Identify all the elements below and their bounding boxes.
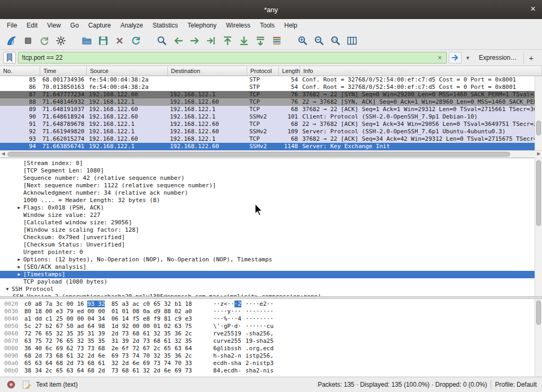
hex-byte[interactable]: 32 bbox=[153, 352, 164, 359]
hex-byte[interactable]: 02 bbox=[164, 323, 175, 330]
hex-byte[interactable]: 34 bbox=[35, 367, 46, 374]
ascii-char[interactable]: a bbox=[238, 360, 241, 367]
hex-byte[interactable]: 76 bbox=[35, 330, 46, 337]
hex-byte[interactable]: dd bbox=[35, 315, 46, 322]
hex-byte[interactable]: 70 bbox=[143, 352, 153, 359]
packet-row-87[interactable]: 8771.647777234192.168.122.60192.168.122.… bbox=[0, 91, 535, 98]
ascii-char[interactable]: r bbox=[220, 338, 224, 344]
hex-byte[interactable]: 35 bbox=[87, 338, 98, 344]
ascii-char[interactable]: e bbox=[220, 330, 224, 337]
hex-byte[interactable]: 63 bbox=[24, 338, 35, 344]
hex-byte[interactable]: 73 bbox=[185, 367, 192, 374]
column-header-length[interactable]: Length bbox=[279, 66, 300, 76]
hex-byte[interactable]: 00 bbox=[132, 323, 143, 330]
hex-byte[interactable]: 73 bbox=[122, 330, 132, 337]
ascii-char[interactable]: · bbox=[231, 315, 234, 322]
hex-byte[interactable]: 70 bbox=[175, 360, 185, 367]
last-packet-button[interactable] bbox=[236, 33, 252, 48]
hex-byte[interactable]: 00 bbox=[67, 315, 77, 322]
packet-row-90[interactable]: 9071.648618924192.168.122.60192.168.122.… bbox=[0, 113, 535, 121]
ascii-char[interactable]: - bbox=[252, 338, 256, 344]
hex-byte[interactable]: 31 bbox=[87, 330, 98, 337]
ascii-char[interactable]: · bbox=[252, 300, 256, 307]
hex-byte[interactable]: 2c bbox=[185, 330, 192, 337]
ascii-char[interactable]: c bbox=[216, 360, 220, 367]
hex-byte[interactable]: 72 bbox=[132, 345, 143, 352]
hex-byte[interactable]: 61 bbox=[164, 338, 175, 344]
hex-byte[interactable]: 36 bbox=[175, 330, 185, 337]
ascii-char[interactable]: e bbox=[263, 345, 267, 352]
hex-byte[interactable]: 18 bbox=[35, 308, 46, 315]
ascii-char[interactable]: · bbox=[259, 308, 263, 315]
hex-byte[interactable]: 73 bbox=[77, 360, 87, 367]
detail-line[interactable]: [Calculated window size: 29056] bbox=[0, 219, 535, 226]
hex-byte[interactable]: 6e bbox=[164, 367, 175, 374]
hex-byte[interactable]: 35 bbox=[164, 352, 175, 359]
hex-byte[interactable]: a8 bbox=[35, 300, 46, 307]
menu-file[interactable]: File bbox=[2, 20, 22, 31]
hex-byte[interactable]: 67 bbox=[143, 345, 153, 352]
titlebar[interactable]: *any × bbox=[0, 0, 542, 19]
hex-byte[interactable]: 33 bbox=[185, 360, 192, 367]
detail-line[interactable]: [Checksum Status: Unverified] bbox=[0, 241, 535, 249]
menu-capture[interactable]: Capture bbox=[84, 20, 116, 31]
detail-line[interactable]: ▶Flags: 0x018 (PSH, ACK) bbox=[0, 204, 535, 212]
packet-list-vscroll-thumb[interactable] bbox=[536, 121, 541, 135]
ascii-char[interactable]: 5 bbox=[238, 338, 241, 344]
ascii-char[interactable]: · bbox=[259, 315, 263, 322]
ascii-char[interactable]: a bbox=[252, 367, 256, 374]
hex-byte[interactable]: 68 bbox=[56, 360, 67, 367]
detail-line[interactable]: TCP payload (1080 bytes) bbox=[0, 278, 535, 286]
zoom-in-button[interactable] bbox=[294, 33, 311, 48]
ascii-char[interactable]: - bbox=[238, 367, 241, 374]
expand-arrow-icon[interactable]: ▶ bbox=[15, 271, 23, 278]
ascii-char[interactable]: · bbox=[216, 315, 220, 322]
ascii-char[interactable]: n bbox=[238, 352, 241, 359]
go-forward-button[interactable] bbox=[186, 33, 203, 48]
ascii-char[interactable]: · bbox=[220, 315, 224, 322]
ascii-char[interactable]: r bbox=[252, 345, 256, 352]
detail-line[interactable]: Acknowledgment number: 34 (relative ack … bbox=[0, 189, 535, 197]
hex-byte[interactable]: 1d bbox=[111, 323, 122, 330]
hex-byte[interactable]: 32 bbox=[56, 330, 67, 337]
hex-byte[interactable]: 2d bbox=[87, 352, 98, 359]
hex-byte[interactable]: 2d bbox=[153, 367, 164, 374]
ascii-char[interactable]: · bbox=[227, 315, 231, 322]
ascii-char[interactable]: h bbox=[249, 367, 252, 374]
hex-byte[interactable]: 64 bbox=[87, 323, 98, 330]
hex-byte[interactable]: 35 bbox=[67, 330, 77, 337]
zoom-out-button[interactable] bbox=[311, 33, 327, 48]
hex-byte[interactable]: 35 bbox=[98, 338, 105, 344]
hex-byte[interactable]: e3 bbox=[185, 315, 192, 322]
ascii-char[interactable]: , bbox=[259, 345, 263, 352]
ascii-char[interactable]: · bbox=[220, 308, 224, 315]
packet-list-hscrollbar[interactable]: ◀ ▶ bbox=[0, 150, 542, 158]
hex-byte[interactable]: 68 bbox=[132, 330, 143, 337]
hex-byte[interactable]: 68 bbox=[87, 360, 98, 367]
ascii-char[interactable]: · bbox=[216, 300, 220, 307]
hex-byte[interactable]: 98 bbox=[98, 323, 105, 330]
ascii-char[interactable]: 2 bbox=[259, 352, 263, 359]
detail-line[interactable]: ▼SSH Protocol bbox=[0, 286, 535, 293]
hex-byte[interactable]: 68 bbox=[87, 367, 98, 374]
ascii-char[interactable]: s bbox=[231, 360, 234, 367]
hex-byte[interactable]: c9 bbox=[175, 315, 185, 322]
detail-line[interactable]: ▶[Timestamps] bbox=[0, 271, 535, 278]
ascii-char[interactable]: s bbox=[249, 330, 252, 337]
save-file-button[interactable] bbox=[95, 33, 111, 48]
hex-byte[interactable]: 92 bbox=[122, 323, 132, 330]
hex-vscroll-thumb[interactable] bbox=[536, 300, 541, 325]
hex-byte[interactable]: c0 bbox=[24, 300, 35, 307]
hex-byte[interactable]: 65 bbox=[46, 330, 56, 337]
ascii-char[interactable]: · bbox=[227, 300, 231, 307]
ascii-char[interactable]: · bbox=[238, 308, 241, 315]
ascii-char[interactable]: · bbox=[231, 300, 234, 307]
hex-byte[interactable]: 32 bbox=[77, 352, 87, 359]
ascii-char[interactable]: h bbox=[252, 330, 256, 337]
ascii-char[interactable]: - bbox=[227, 360, 231, 367]
expand-arrow-icon[interactable]: ▶ bbox=[15, 204, 23, 212]
detail-line[interactable]: [Next sequence number: 1122 (relative se… bbox=[0, 182, 535, 189]
hex-byte[interactable]: 63 bbox=[35, 360, 46, 367]
column-header-info[interactable]: Info bbox=[300, 66, 542, 76]
ascii-char[interactable]: 5 bbox=[270, 338, 274, 344]
